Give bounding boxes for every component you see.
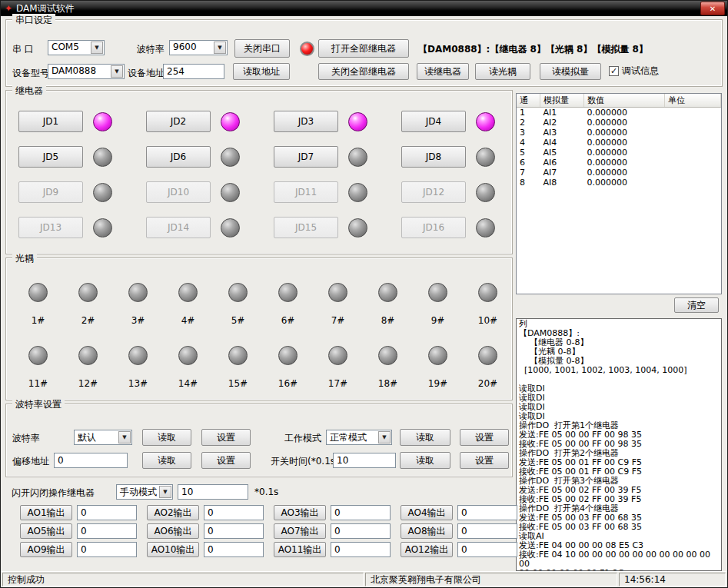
relay-led-indicator <box>221 183 240 202</box>
close-button[interactable]: ✕ <box>700 2 725 15</box>
relay-led-indicator <box>476 148 495 167</box>
relay-button[interactable]: JD2 <box>146 111 211 132</box>
ao-output-button[interactable]: AO10输出 <box>147 542 199 557</box>
table-row[interactable]: 8 AI8 0.000000 <box>517 178 721 188</box>
relay-button[interactable]: JD11 <box>274 181 338 203</box>
relay-button[interactable]: JD15 <box>274 217 338 238</box>
ao-output-button[interactable]: AO6输出 <box>147 523 199 539</box>
dropdown-arrow-icon[interactable]: ▼ <box>91 42 103 54</box>
ao-output-button[interactable]: AO9输出 <box>20 542 72 557</box>
baud-read-button[interactable]: 读取 <box>142 429 191 446</box>
read-opto-button[interactable]: 读光耦 <box>475 63 530 80</box>
offset-set-button[interactable]: 设置 <box>201 452 251 469</box>
flash-time-input[interactable] <box>178 484 248 500</box>
cell-analog-name: AI8 <box>540 178 584 188</box>
ao-value-input[interactable] <box>457 505 517 520</box>
dropdown-arrow-icon[interactable]: ▼ <box>214 42 226 54</box>
baud-select[interactable]: 9600 ▼ <box>169 40 228 55</box>
read-address-button[interactable]: 读取地址 <box>233 63 290 80</box>
switch-time-read-button[interactable]: 读取 <box>400 452 450 469</box>
ao-output-button[interactable]: AO1输出 <box>20 505 72 520</box>
relay-button[interactable]: JD7 <box>274 146 338 168</box>
switch-time-input[interactable] <box>333 453 396 468</box>
mode-read-button[interactable]: 读取 <box>400 429 450 446</box>
relay-button[interactable]: JD5 <box>18 146 83 168</box>
ao-output-button[interactable]: AO12输出 <box>401 542 453 557</box>
device-address-input[interactable] <box>163 64 224 79</box>
dropdown-arrow-icon[interactable]: ▼ <box>118 431 131 443</box>
switch-time-set-button[interactable]: 设置 <box>460 452 509 469</box>
ao-value-input[interactable] <box>204 523 264 539</box>
ao-value-input[interactable] <box>77 505 137 520</box>
ao-output-button[interactable]: AO7输出 <box>274 523 326 539</box>
debug-info-checkbox[interactable]: ✓ <box>609 66 619 76</box>
flash-mode-select[interactable]: 手动模式 ▼ <box>116 484 173 500</box>
ao-output-button[interactable]: AO5输出 <box>20 523 72 539</box>
cell-analog-name: AI2 <box>540 118 584 128</box>
ao-value-input[interactable] <box>204 505 264 520</box>
ao-value-input[interactable] <box>457 523 517 539</box>
analog-column-header[interactable]: 模拟量 <box>540 94 584 108</box>
ao-output-cell: AO8输出 <box>395 523 522 542</box>
relay-button[interactable]: JD14 <box>146 217 211 238</box>
dropdown-arrow-icon[interactable]: ▼ <box>111 65 123 78</box>
ao-output-cell: AO4输出 <box>395 505 522 523</box>
open-all-relays-button[interactable]: 打开全部继电器 <box>318 39 409 58</box>
debug-info-checkbox-wrap[interactable]: ✓ 调试信息 <box>609 65 659 78</box>
ao-output-button[interactable]: AO3输出 <box>274 505 326 520</box>
ao-output-cell: AO11输出 <box>268 542 395 560</box>
ao-value-input[interactable] <box>77 542 137 557</box>
opto-label: 12# <box>78 378 98 389</box>
title-bar[interactable]: ✦ DAM调试软件 ✕ <box>1 1 727 16</box>
dropdown-arrow-icon[interactable]: ▼ <box>159 486 171 498</box>
relay-button[interactable]: JD16 <box>401 217 466 238</box>
ao-output-button[interactable]: AO4输出 <box>401 505 453 520</box>
relay-button[interactable]: JD1 <box>18 111 83 132</box>
close-all-relays-button[interactable]: 关闭全部继电器 <box>318 63 409 80</box>
port-select[interactable]: COM5 ▼ <box>48 40 105 55</box>
table-row[interactable]: 7 AI7 0.000000 <box>517 168 721 178</box>
table-row[interactable]: 5 AI5 0.000000 <box>517 148 721 158</box>
offset-address-input[interactable] <box>54 453 128 468</box>
ao-value-input[interactable] <box>331 542 391 557</box>
ao-value-input[interactable] <box>331 505 391 520</box>
debug-log-panel[interactable]: 列【DAM0888】: 【继电器 0-8】 【光耦 0-8】 【模拟量 0-8】… <box>516 318 722 571</box>
baud-setting-select[interactable]: 默认 ▼ <box>74 430 132 445</box>
offset-read-button[interactable]: 读取 <box>142 452 191 469</box>
read-analog-button[interactable]: 读模拟量 <box>540 63 601 80</box>
baud-set-button[interactable]: 设置 <box>201 429 251 446</box>
analog-column-header[interactable]: 通 <box>517 94 540 108</box>
analog-column-header[interactable]: 单位 <box>665 94 721 108</box>
analog-column-header[interactable]: 数值 <box>584 94 665 108</box>
mode-set-button[interactable]: 设置 <box>460 429 509 446</box>
relay-cell: JD6 <box>146 146 274 168</box>
relay-button[interactable]: JD13 <box>18 217 83 238</box>
ao-value-input[interactable] <box>331 523 391 539</box>
ao-value-input[interactable] <box>77 523 137 539</box>
ao-value-input[interactable] <box>457 542 517 557</box>
relay-button[interactable]: JD8 <box>401 146 466 168</box>
relay-button[interactable]: JD6 <box>146 146 211 168</box>
ao-output-button[interactable]: AO8输出 <box>401 523 453 539</box>
ao-output-button[interactable]: AO2输出 <box>147 505 199 520</box>
ao-value-input[interactable] <box>204 542 264 557</box>
relay-button[interactable]: JD4 <box>401 111 466 132</box>
close-serial-button[interactable]: 关闭串口 <box>234 39 290 58</box>
relay-led-indicator <box>348 218 367 238</box>
relay-button[interactable]: JD12 <box>401 181 466 203</box>
model-select[interactable]: DAM0888 ▼ <box>48 64 125 79</box>
clear-button[interactable]: 清空 <box>674 297 719 313</box>
relay-button[interactable]: JD10 <box>146 181 211 203</box>
table-row[interactable]: 4 AI4 0.000000 <box>517 138 721 148</box>
table-row[interactable]: 2 AI2 0.000000 <box>517 118 721 128</box>
ao-output-button[interactable]: AO11输出 <box>274 542 326 557</box>
work-mode-select[interactable]: 正常模式 ▼ <box>326 430 392 445</box>
read-relay-button[interactable]: 读继电器 <box>417 63 469 80</box>
table-row[interactable]: 6 AI6 0.000000 <box>517 158 721 168</box>
dropdown-arrow-icon[interactable]: ▼ <box>378 431 391 443</box>
relay-button[interactable]: JD9 <box>18 181 83 203</box>
relay-button[interactable]: JD3 <box>274 111 338 132</box>
cell-channel: 2 <box>517 118 540 128</box>
table-row[interactable]: 3 AI3 0.000000 <box>517 128 721 138</box>
table-row[interactable]: 1 AI1 0.000000 <box>517 108 721 118</box>
